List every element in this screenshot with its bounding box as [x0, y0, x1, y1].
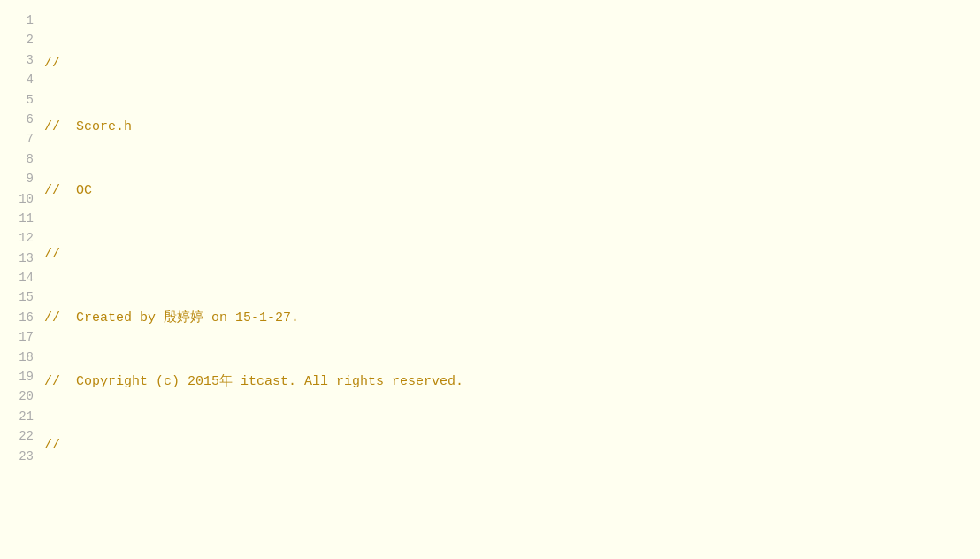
- code-content[interactable]: // // Score.h // OC // // Created by 殷婷婷…: [44, 7, 980, 552]
- comment-1: //: [44, 56, 60, 71]
- line-num-5: 5: [7, 90, 34, 110]
- line-num-13: 13: [7, 249, 34, 268]
- comment-3: // OC: [44, 183, 92, 198]
- code-line-8: [44, 499, 980, 520]
- comment-7: //: [44, 438, 60, 453]
- line-num-22: 22: [7, 426, 34, 446]
- line-num-1: 1: [7, 11, 34, 30]
- line-num-14: 14: [7, 268, 34, 287]
- comment-6: // Copyright (c) 2015年 itcast. All right…: [44, 374, 463, 389]
- line-num-7: 7: [7, 129, 34, 149]
- line-num-2: 2: [7, 30, 34, 50]
- code-line-5: // Created by 殷婷婷 on 15-1-27.: [44, 308, 980, 329]
- line-num-11: 11: [7, 209, 34, 228]
- line-num-16: 16: [7, 308, 34, 327]
- line-num-8: 8: [7, 149, 34, 169]
- comment-4: //: [44, 247, 60, 262]
- code-editor: 1 2 3 4 5 6 7 8 9 10 11 12 13 14 15 16 1…: [0, 0, 980, 559]
- line-num-19: 19: [7, 367, 34, 387]
- line-num-21: 21: [7, 407, 34, 426]
- line-num-23: 23: [7, 447, 34, 466]
- line-num-9: 9: [7, 169, 34, 188]
- line-numbers: 1 2 3 4 5 6 7 8 9 10 11 12 13 14 15 16 1…: [0, 7, 44, 552]
- code-line-4: //: [44, 244, 980, 265]
- line-num-18: 18: [7, 348, 34, 367]
- code-line-7: //: [44, 435, 980, 456]
- line-num-15: 15: [7, 287, 34, 307]
- line-num-6: 6: [7, 110, 34, 129]
- comment-2: // Score.h: [44, 119, 132, 134]
- line-num-10: 10: [7, 189, 34, 209]
- code-line-2: // Score.h: [44, 117, 980, 138]
- code-line-3: // OC: [44, 180, 980, 202]
- line-num-20: 20: [7, 387, 34, 406]
- comment-5: // Created by 殷婷婷 on 15-1-27.: [44, 310, 299, 325]
- code-line-6: // Copyright (c) 2015年 itcast. All right…: [44, 371, 980, 393]
- line-num-4: 4: [7, 70, 34, 89]
- line-num-12: 12: [7, 228, 34, 248]
- line-num-17: 17: [7, 327, 34, 347]
- code-line-1: //: [44, 53, 980, 74]
- line-num-3: 3: [7, 50, 34, 70]
